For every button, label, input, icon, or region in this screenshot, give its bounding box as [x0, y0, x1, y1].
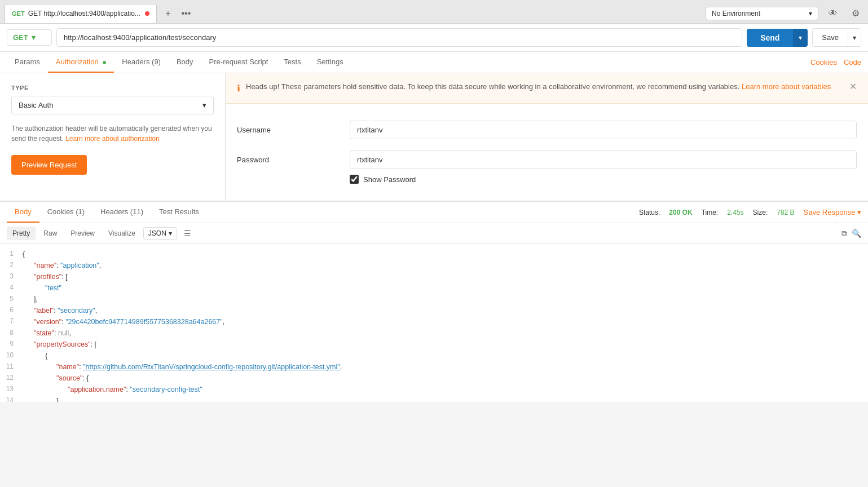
status-value: 200 OK [669, 209, 692, 216]
browser-tab[interactable]: GET GET http://localhost:9400/applicatio… [5, 4, 157, 23]
body-tab-visualize[interactable]: Visualize [103, 227, 141, 240]
alert-text: Heads up! These parameters hold sensitiv… [246, 81, 844, 92]
send-button-group: Send ▾ [747, 29, 808, 47]
preview-request-button[interactable]: Preview Request [11, 155, 87, 175]
search-icon-button[interactable]: 🔍 [852, 229, 861, 238]
time-value: 2.45s [727, 209, 743, 216]
gear-icon-button[interactable]: ⚙ [848, 6, 863, 21]
body-format-select[interactable]: JSON ▾ [143, 227, 177, 240]
json-line-6: 6 "label": "secondary", [0, 305, 868, 316]
tab-bar-right: No Environment ▾ 👁 ⚙ [706, 6, 863, 21]
resp-tab-test-results[interactable]: Test Results [151, 202, 207, 223]
tab-tests[interactable]: Tests [276, 52, 309, 73]
auth-panel: TYPE Basic Auth ▾ The authorization head… [0, 73, 868, 201]
show-password-label[interactable]: Show Password [363, 175, 416, 184]
show-password-checkbox[interactable] [350, 175, 359, 184]
tab-method-label: GET [12, 10, 25, 17]
response-status-area: Status: 200 OK Time: 2.45s Size: 782 B S… [639, 208, 861, 216]
json-line-11: 11 "name": "https://github.com/RtxTitanV… [0, 361, 868, 373]
json-line-8: 8 "state": null, [0, 327, 868, 339]
tab-authorization[interactable]: Authorization [48, 52, 114, 73]
body-format-chevron-icon: ▾ [169, 229, 172, 237]
username-input[interactable] [350, 121, 857, 139]
cookies-link[interactable]: Cookies [810, 58, 837, 67]
body-format-value: JSON [148, 229, 166, 237]
send-dropdown-button[interactable]: ▾ [793, 29, 808, 47]
body-tab-preview[interactable]: Preview [65, 227, 100, 240]
status-label: Status: [639, 209, 660, 216]
authorization-active-dot [103, 61, 106, 64]
learn-more-variables-link[interactable]: Learn more about variables [742, 82, 831, 91]
json-line-2: 2 "name": "application", [0, 260, 868, 271]
method-value: GET [13, 33, 28, 42]
more-options-button[interactable]: ••• [179, 7, 193, 20]
json-viewer: 1 { 2 "name": "application", 3 "profiles… [0, 244, 868, 402]
learn-more-link[interactable]: Learn more about authorization [65, 135, 160, 143]
json-line-4: 4 "test" [0, 282, 868, 294]
resp-tab-headers[interactable]: Headers (11) [92, 202, 151, 223]
password-input[interactable] [350, 150, 857, 169]
body-tabs-bar: Pretty Raw Preview Visualize JSON ▾ ☰ ⧉ … [0, 223, 868, 244]
auth-form: Username Password Show Password [226, 104, 868, 201]
copy-button[interactable]: ⧉ [841, 229, 847, 238]
tab-pre-request-script[interactable]: Pre-request Script [201, 52, 276, 73]
save-dropdown-button[interactable]: ▾ [848, 29, 861, 46]
json-line-10: 10 { [0, 350, 868, 361]
json-line-3: 3 "profiles": [ [0, 271, 868, 282]
eye-icon-button[interactable]: 👁 [825, 6, 841, 21]
auth-type-chevron-icon: ▾ [202, 101, 206, 109]
wrap-icon[interactable]: ☰ [184, 229, 191, 238]
tab-settings[interactable]: Settings [309, 52, 351, 73]
save-button[interactable]: Save [813, 29, 848, 46]
json-line-5: 5 ], [0, 294, 868, 305]
time-label: Time: [702, 209, 719, 216]
method-chevron-icon: ▾ [32, 33, 36, 42]
username-label: Username [237, 126, 350, 134]
resp-tab-cookies[interactable]: Cookies (1) [39, 202, 92, 223]
environment-label: No Environment [712, 10, 760, 17]
alert-close-button[interactable]: ✕ [849, 81, 857, 92]
browser-tab-bar: GET GET http://localhost:9400/applicatio… [0, 0, 868, 24]
send-button[interactable]: Send [747, 29, 793, 47]
show-password-row: Show Password [350, 175, 857, 184]
json-line-9: 9 "propertySources": [ [0, 339, 868, 350]
save-button-group: Save ▾ [812, 28, 861, 47]
type-label: TYPE [11, 85, 214, 91]
body-tab-raw[interactable]: Raw [38, 227, 63, 240]
response-tabs-bar: Body Cookies (1) Headers (11) Test Resul… [0, 202, 868, 223]
auth-right-panel: ℹ Heads up! These parameters hold sensit… [226, 73, 868, 201]
json-line-1: 1 { [0, 249, 868, 260]
body-tab-pretty[interactable]: Pretty [7, 227, 36, 240]
url-input[interactable] [56, 28, 742, 47]
json-line-13: 13 "application.name": "secondary-config… [0, 384, 868, 395]
resp-tab-body[interactable]: Body [7, 202, 39, 223]
size-value: 782 B [777, 209, 794, 216]
username-row: Username [237, 121, 857, 139]
tab-actions: + ••• [161, 7, 193, 20]
size-label: Size: [753, 209, 768, 216]
auth-type-select[interactable]: Basic Auth ▾ [11, 96, 214, 114]
tab-params[interactable]: Params [7, 52, 48, 73]
chevron-down-icon: ▾ [809, 10, 812, 17]
tab-authorization-label: Authorization [56, 57, 99, 66]
tab-headers[interactable]: Headers (9) [114, 52, 169, 73]
tab-loading-dot [145, 11, 149, 16]
password-row: Password [237, 150, 857, 169]
method-select[interactable]: GET ▾ [7, 29, 52, 46]
new-tab-button[interactable]: + [161, 7, 175, 20]
url-bar: GET ▾ Send ▾ Save ▾ [0, 24, 868, 52]
tab-body[interactable]: Body [169, 52, 201, 73]
json-line-7: 7 "version": "29c4420befc947714989f55775… [0, 316, 868, 327]
save-response-button[interactable]: Save Response ▾ [804, 208, 861, 216]
body-right-icons: ⧉ 🔍 [841, 229, 861, 238]
json-line-12: 12 "source": { [0, 373, 868, 384]
alert-icon: ℹ [237, 82, 240, 95]
code-link[interactable]: Code [844, 58, 861, 67]
request-tabs: Params Authorization Headers (9) Body Pr… [0, 52, 868, 73]
tab-url-label: GET http://localhost:9400/applicatio... [28, 10, 140, 17]
environment-select[interactable]: No Environment ▾ [706, 7, 818, 20]
auth-left-panel: TYPE Basic Auth ▾ The authorization head… [0, 73, 226, 201]
json-line-14: 14 } [0, 395, 868, 402]
auth-type-value: Basic Auth [19, 101, 53, 109]
req-tab-right-links: Cookies Code [810, 58, 861, 67]
